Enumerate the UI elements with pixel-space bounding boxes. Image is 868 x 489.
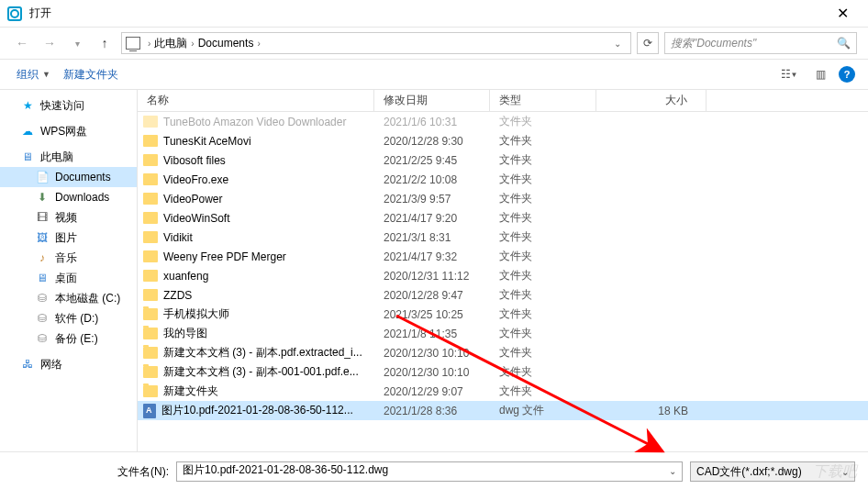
breadcrumb[interactable]: › 此电脑 › Documents › ⌄: [121, 32, 631, 54]
cell-date: 2021/1/28 8:36: [374, 405, 490, 417]
sidebar-item-label: 此电脑: [40, 150, 73, 165]
up-button[interactable]: ↑: [94, 32, 116, 54]
desktop-icon: 🖥: [35, 272, 50, 284]
cell-name: xuanfeng: [138, 270, 374, 283]
sidebar-this-pc[interactable]: 🖥此电脑: [0, 147, 137, 167]
sidebar-videos[interactable]: 🎞视频: [0, 207, 137, 228]
file-row[interactable]: VideoFro.exe2021/2/2 10:08文件夹: [138, 170, 868, 189]
sidebar-downloads[interactable]: ⬇Downloads: [0, 187, 137, 207]
back-button[interactable]: ←: [11, 32, 33, 54]
cell-name: TuneBoto Amazon Video Downloader: [138, 116, 374, 128]
sidebar-item-label: 视频: [55, 210, 77, 226]
close-button[interactable]: ✕: [824, 5, 861, 22]
disk-icon: ⛁: [35, 312, 50, 325]
sidebar-item-label: 图片: [55, 230, 77, 246]
file-row[interactable]: TunesKit AceMovi2020/12/28 9:30文件夹: [138, 131, 868, 150]
search-input[interactable]: 搜索"Documents" 🔍: [664, 32, 857, 54]
address-bar: ← → ▾ ↑ › 此电脑 › Documents › ⌄ ⟳ 搜索"Docum…: [0, 28, 868, 59]
file-row[interactable]: 我的导图2021/1/8 11:35文件夹: [138, 324, 868, 343]
chevron-right-icon: ›: [257, 39, 260, 49]
sidebar-wps[interactable]: ☁WPS网盘: [0, 121, 137, 141]
sidebar-quick-access[interactable]: ★快速访问: [0, 95, 137, 116]
sidebar-disk-e[interactable]: ⛁备份 (E:): [0, 328, 137, 349]
forward-button[interactable]: →: [39, 32, 61, 54]
folder-icon: [143, 212, 158, 224]
refresh-button[interactable]: ⟳: [637, 32, 659, 54]
cell-date: 2021/2/25 9:45: [374, 154, 490, 167]
folder-icon: [143, 154, 158, 166]
sidebar-disk-d[interactable]: ⛁软件 (D:): [0, 308, 137, 328]
sidebar-pictures[interactable]: 🖼图片: [0, 228, 137, 248]
new-folder-label: 新建文件夹: [63, 67, 118, 83]
cell-name: VideoWinSoft: [138, 212, 374, 225]
cell-name: Vibosoft files: [138, 154, 374, 167]
folder-icon: [143, 385, 158, 397]
file-row[interactable]: Weeny Free PDF Merger2021/4/17 9:32文件夹: [138, 247, 868, 266]
cell-name: VideoPower: [138, 193, 374, 206]
file-row[interactable]: Vibosoft files2021/2/25 9:45文件夹: [138, 150, 868, 170]
file-row[interactable]: Vidikit2021/3/1 8:31文件夹: [138, 228, 868, 247]
cell-date: 2021/3/25 10:25: [374, 308, 490, 321]
column-size[interactable]: 大小: [596, 90, 707, 111]
sidebar-item-label: Documents: [55, 171, 111, 183]
view-mode-button[interactable]: ☷ ▼: [776, 64, 802, 84]
breadcrumb-pc[interactable]: 此电脑: [154, 36, 187, 51]
filter-dropdown[interactable]: CAD文件(*.dxf;*.dwg) ⌄: [690, 461, 855, 482]
file-row[interactable]: 新建文件夹2020/12/29 9:07文件夹: [138, 382, 868, 401]
sidebar-item-label: 备份 (E:): [55, 331, 98, 347]
breadcrumb-dropdown[interactable]: ⌄: [614, 39, 621, 49]
filter-value: CAD文件(*.dxf;*.dwg): [696, 464, 802, 480]
organize-button[interactable]: 组织 ▼: [13, 65, 54, 84]
disk-icon: ⛁: [35, 292, 50, 305]
sidebar-item-label: WPS网盘: [40, 124, 87, 139]
sidebar-desktop[interactable]: 🖥桌面: [0, 268, 137, 288]
bottom-bar: 文件名(N): 图片10.pdf-2021-01-28-08-36-50-112…: [0, 451, 868, 489]
file-row[interactable]: 手机模拟大师2021/3/25 10:25文件夹: [138, 305, 868, 324]
cell-name: 新建文件夹: [138, 383, 374, 399]
preview-pane-button[interactable]: ▥: [807, 64, 833, 84]
sidebar-music[interactable]: ♪音乐: [0, 248, 137, 268]
sidebar-disk-c[interactable]: ⛁本地磁盘 (C:): [0, 288, 137, 308]
column-type[interactable]: 类型: [490, 90, 596, 111]
file-row[interactable]: VideoPower2021/3/9 9:57文件夹: [138, 189, 868, 208]
cell-name: 手机模拟大师: [138, 306, 374, 322]
cell-date: 2020/12/30 10:10: [374, 366, 490, 379]
sidebar: ★快速访问 ☁WPS网盘 🖥此电脑 📄Documents ⬇Downloads …: [0, 90, 138, 451]
file-row[interactable]: 新建文本文档 (3) - 副本-001-001.pdf.e...2020/12/…: [138, 362, 868, 382]
chevron-right-icon: ›: [191, 39, 194, 49]
chevron-down-icon: ⌄: [841, 467, 849, 477]
column-date[interactable]: 修改日期: [374, 90, 490, 111]
column-name[interactable]: 名称: [138, 90, 374, 111]
breadcrumb-folder[interactable]: Documents: [198, 37, 254, 50]
chevron-down-icon: ▼: [42, 70, 50, 79]
file-list: 名称 修改日期 类型 大小 TuneBoto Amazon Video Down…: [138, 90, 868, 451]
title-bar: 打开 ✕: [0, 0, 868, 28]
filename-input[interactable]: 图片10.pdf-2021-01-28-08-36-50-112.dwg ⌄: [176, 461, 683, 482]
chevron-down-icon[interactable]: ⌄: [669, 466, 676, 476]
window-title: 打开: [29, 6, 824, 21]
organize-label: 组织: [17, 67, 39, 83]
video-icon: 🎞: [35, 211, 50, 224]
cloud-icon: ☁: [20, 125, 35, 138]
file-row[interactable]: 图片10.pdf-2021-01-28-08-36-50-112...2021/…: [138, 401, 868, 420]
sidebar-network[interactable]: 🖧网络: [0, 354, 137, 374]
file-row[interactable]: xuanfeng2020/12/31 11:12文件夹: [138, 266, 868, 285]
filename-value: 图片10.pdf-2021-01-28-08-36-50-112.dwg: [183, 463, 388, 476]
sidebar-documents[interactable]: 📄Documents: [0, 167, 137, 187]
network-icon: 🖧: [20, 358, 35, 371]
file-row[interactable]: 新建文本文档 (3) - 副本.pdf.extracted_i...2020/1…: [138, 343, 868, 362]
new-folder-button[interactable]: 新建文件夹: [60, 65, 122, 84]
file-row[interactable]: TuneBoto Amazon Video Downloader2021/1/6…: [138, 112, 868, 131]
pc-icon: [126, 37, 140, 50]
recent-button[interactable]: ▾: [66, 32, 88, 54]
cell-date: 2021/1/8 11:35: [374, 328, 490, 340]
cell-name: 新建文本文档 (3) - 副本.pdf.extracted_i...: [138, 345, 374, 361]
cell-date: 2020/12/31 11:12: [374, 270, 490, 283]
cell-date: 2021/4/17 9:20: [374, 212, 490, 225]
file-row[interactable]: VideoWinSoft2021/4/17 9:20文件夹: [138, 208, 868, 228]
file-row[interactable]: ZZDS2020/12/28 9:47文件夹: [138, 285, 868, 305]
cell-name: ZZDS: [138, 289, 374, 302]
folder-icon: [143, 135, 158, 147]
help-button[interactable]: ?: [839, 66, 855, 83]
search-icon: 🔍: [837, 37, 851, 50]
